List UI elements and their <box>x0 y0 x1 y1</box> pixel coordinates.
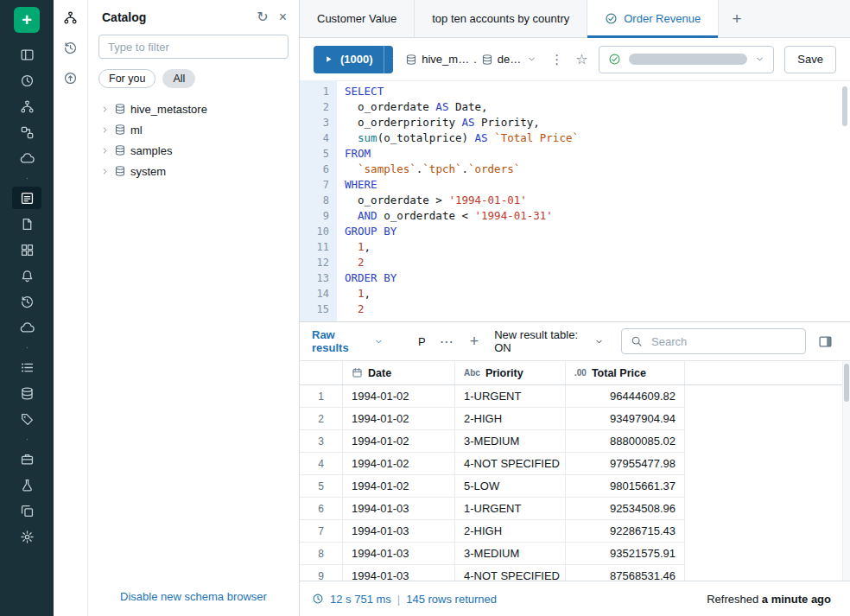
table-row[interactable]: 21994-01-022-HIGH93497904.94 <box>300 408 685 430</box>
table-row[interactable]: 51994-01-025-LOW98015661.37 <box>300 475 685 498</box>
run-options-caret[interactable] <box>384 46 394 73</box>
tree-item-samples[interactable]: samples <box>88 140 299 161</box>
table-row[interactable]: 71994-01-032-HIGH92286715.43 <box>300 520 685 543</box>
sql-editor[interactable]: 123456789101112131415 SELECT o_orderdate… <box>300 80 850 321</box>
delta-live-tables-icon[interactable] <box>12 408 41 430</box>
table-row[interactable]: 81994-01-033-MEDIUM93521575.91 <box>300 543 685 565</box>
chevron-right-icon[interactable] <box>100 167 110 176</box>
left-rail: + <box>0 0 54 616</box>
serving-icon[interactable] <box>12 525 41 548</box>
status-footer: 12 s 751 ms | 145 rows returned Refreshe… <box>300 581 850 616</box>
tab-order-revenue[interactable]: Order Revenue <box>587 0 719 37</box>
new-tab-button[interactable]: + <box>719 0 755 37</box>
sql-warehouses-icon[interactable] <box>12 316 41 339</box>
query-history-icon[interactable] <box>12 290 41 313</box>
run-button[interactable]: (1000) <box>314 46 393 73</box>
recents-icon[interactable] <box>12 69 41 92</box>
chevron-right-icon[interactable] <box>100 125 110 135</box>
row-number: 8 <box>300 543 343 564</box>
catalog-nav-icon[interactable] <box>12 95 41 117</box>
search-input[interactable] <box>650 334 796 349</box>
check-circle-icon <box>608 53 621 66</box>
database-icon <box>114 124 126 136</box>
tabs-strip: Customer Valuetop ten accounts by countr… <box>300 0 719 37</box>
schema-browser-icon[interactable] <box>63 10 78 25</box>
filter-chip-all[interactable]: All <box>162 69 195 88</box>
favorite-star-icon[interactable]: ☆ <box>575 51 587 67</box>
filter-chip-for-you[interactable]: For you <box>98 69 155 88</box>
chevron-right-icon[interactable] <box>100 105 110 114</box>
calendar-icon <box>352 367 363 378</box>
column-label: Date <box>368 367 391 379</box>
tab-top-ten-accounts-by-country[interactable]: top ten accounts by country <box>415 0 587 37</box>
new-button[interactable]: + <box>14 7 40 33</box>
table-scrollbar-thumb[interactable] <box>844 364 849 402</box>
partial-results-tab[interactable]: P <box>418 335 426 348</box>
side-panel-toggle-icon[interactable] <box>818 334 833 349</box>
table-cell: 2-HIGH <box>455 520 566 542</box>
tab-customer-value[interactable]: Customer Value <box>300 0 415 37</box>
column-header-total-price[interactable]: .00Total Price <box>566 361 685 384</box>
table-header: DateAbcPriority.00Total Price <box>300 361 850 385</box>
column-header-date[interactable]: Date <box>343 361 455 384</box>
close-icon[interactable]: × <box>279 10 287 24</box>
secondary-rail <box>54 0 88 616</box>
table-body: 11994-01-021-URGENT96444609.8221994-01-0… <box>300 385 685 581</box>
tree-item-ml[interactable]: ml <box>88 119 299 140</box>
disable-schema-browser-link[interactable]: Disable new schema browser <box>120 590 267 603</box>
query-stats[interactable]: 12 s 751 ms | 145 rows returned <box>330 593 497 606</box>
selected-schema: de… <box>498 53 521 66</box>
refresh-icon[interactable]: ↻ <box>257 10 268 24</box>
workflows-icon[interactable] <box>12 121 41 143</box>
results-overflow-menu-icon[interactable]: ⋯ <box>440 333 454 350</box>
chevron-right-icon[interactable] <box>100 146 110 156</box>
column-label: Total Price <box>592 367 646 379</box>
raw-results-tab[interactable]: Raw results <box>312 328 384 354</box>
context-separator: . <box>473 53 477 66</box>
data-ingestion-icon[interactable] <box>12 382 41 404</box>
table-row[interactable]: 91994-01-034-NOT SPECIFIED87568531.46 <box>300 565 685 581</box>
warehouse-selector[interactable] <box>599 46 775 73</box>
clock-icon <box>312 593 324 605</box>
chevron-down-icon <box>374 337 384 346</box>
tree-item-hive-metastore[interactable]: hive_metastore <box>88 98 299 119</box>
table-row[interactable]: 31994-01-023-MEDIUM88800085.02 <box>300 430 685 453</box>
table-cell: 97955477.98 <box>566 453 685 474</box>
feature-store-icon[interactable] <box>12 448 41 470</box>
saved-queries-icon[interactable] <box>63 71 78 86</box>
tab-label: Customer Value <box>317 12 396 25</box>
models-icon[interactable] <box>12 499 41 522</box>
table-row[interactable]: 61994-01-031-URGENT92534508.96 <box>300 498 685 520</box>
editor-scrollbar[interactable] <box>842 86 847 126</box>
experiments-icon[interactable] <box>12 473 41 496</box>
history-panel-icon[interactable] <box>63 41 78 55</box>
workspace-icon[interactable] <box>12 43 41 66</box>
results-search[interactable] <box>621 328 806 354</box>
table-cell: 1-URGENT <box>455 385 566 407</box>
kebab-menu-icon[interactable]: ⋮ <box>549 52 565 67</box>
table-cell: 96444609.82 <box>566 385 685 407</box>
table-row[interactable]: 41994-01-024-NOT SPECIFIED97955477.98 <box>300 453 685 475</box>
catalog-database-icon <box>405 54 417 66</box>
new-result-table-toggle[interactable]: New result table: ON <box>494 328 604 354</box>
table-scrollbar[interactable] <box>842 361 850 581</box>
alerts-icon[interactable] <box>12 264 41 287</box>
table-cell: 1994-01-02 <box>343 430 455 452</box>
queries-icon[interactable] <box>12 213 41 235</box>
job-runs-icon[interactable] <box>12 356 41 378</box>
save-button[interactable]: Save <box>784 46 836 73</box>
dashboards-icon[interactable] <box>12 238 41 261</box>
column-header-priority[interactable]: AbcPriority <box>455 361 566 384</box>
catalog-schema-selector[interactable]: hive_m… . de… <box>403 49 538 69</box>
catalog-tree: hive_metastoremlsamplessystem <box>88 95 299 576</box>
add-visualization-button[interactable]: + <box>470 333 479 351</box>
table-cell: 1994-01-03 <box>343 565 455 581</box>
table-row[interactable]: 11994-01-021-URGENT96444609.82 <box>300 385 685 408</box>
sql-editor-icon[interactable] <box>12 187 41 209</box>
row-number: 4 <box>300 453 343 474</box>
editor-code[interactable]: SELECT o_orderdate AS Date, o_orderprior… <box>337 81 850 321</box>
compute-icon[interactable] <box>12 147 41 169</box>
tabbar: Customer Valuetop ten accounts by countr… <box>300 0 850 38</box>
catalog-filter-input[interactable] <box>98 35 289 59</box>
tree-item-system[interactable]: system <box>88 161 299 181</box>
